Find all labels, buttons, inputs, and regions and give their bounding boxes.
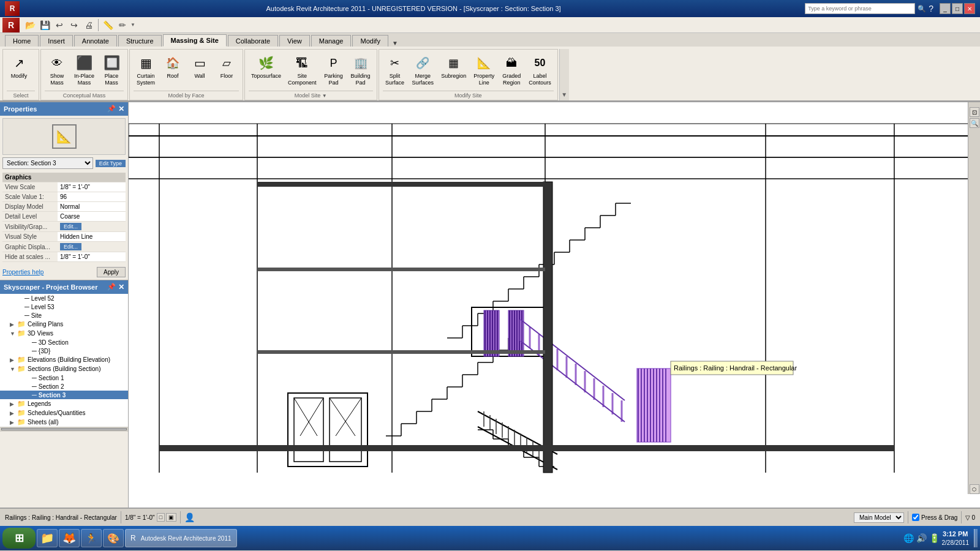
building-pad-button[interactable]: 🏢 BuildingPad	[349, 52, 373, 88]
close-button[interactable]: ✕	[964, 3, 975, 14]
wall-button[interactable]: ▭ Wall	[187, 52, 212, 81]
browser-pin-icon[interactable]: 📌	[107, 283, 116, 291]
ribbon-expand[interactable]: ▼	[559, 49, 569, 100]
label-contours-button[interactable]: 50 LabelContours	[526, 52, 554, 88]
redo-button[interactable]: ↪	[67, 18, 81, 32]
edit-type-button[interactable]: Edit Type	[96, 160, 126, 167]
property-line-button[interactable]: 📐 PropertyLine	[471, 52, 497, 88]
view-cube-button[interactable]: ⬡	[970, 484, 979, 494]
panel-toggle[interactable]: ▼	[392, 40, 398, 47]
tab-collaborate[interactable]: Collaborate	[228, 35, 278, 47]
tab-annotate[interactable]: Annotate	[74, 35, 117, 47]
tab-massing-site[interactable]: Massing & Site	[163, 34, 227, 47]
tree-item-level53[interactable]: ─ Level 53	[0, 302, 128, 311]
clock[interactable]: 3:12 PM 2/28/2011	[942, 530, 970, 546]
graphic-display-edit-button[interactable]: Edit...	[60, 243, 81, 250]
hide-at-scales-value[interactable]: 1/8" = 1'-0"	[58, 252, 126, 262]
restore-button[interactable]: □	[952, 3, 963, 14]
scale-value-value[interactable]: 96	[58, 192, 126, 202]
split-surface-button[interactable]: ✂ SplitSurface	[383, 52, 407, 88]
visibility-edit-button[interactable]: Edit...	[60, 223, 81, 230]
properties-pin-icon[interactable]: 📌	[107, 105, 116, 113]
tree-item-3d-section[interactable]: ─ 3D Section	[0, 338, 128, 347]
place-mass-button[interactable]: 🔲 PlaceMass	[99, 52, 124, 88]
curtain-system-button[interactable]: ▦ CurtainSystem	[134, 52, 158, 88]
search-icon[interactable]: 🔍	[918, 5, 926, 13]
drawing-canvas[interactable]: Railings : Railing : Handrail - Rectangu…	[129, 102, 980, 494]
battery-icon[interactable]: 🔋	[929, 533, 940, 543]
tree-item-section2[interactable]: ─ Section 2	[0, 382, 128, 391]
floor-button[interactable]: ▱ Floor	[214, 52, 239, 81]
taskbar-revit[interactable]: R Autodesk Revit Architecture 2011	[125, 529, 237, 547]
application-menu-button[interactable]: R	[2, 18, 20, 32]
tree-item-level52[interactable]: ─ Level 52	[0, 294, 128, 302]
properties-close-button[interactable]: ✕	[118, 105, 124, 113]
view-scale-value[interactable]: 1/8" = 1'-0"	[58, 182, 126, 192]
tree-item-schedules[interactable]: ▶ 📁 Schedules/Quantities	[0, 408, 128, 418]
visibility-edit[interactable]: Edit...	[58, 222, 126, 232]
parking-pad-button[interactable]: P ParkingPad	[322, 52, 346, 88]
tree-item-ceiling-plans[interactable]: ▶ 📁 Ceiling Plans	[0, 320, 128, 329]
show-desktop-button[interactable]	[974, 529, 978, 547]
tree-item-section1[interactable]: ─ Section 1	[0, 373, 128, 382]
apply-button[interactable]: Apply	[97, 267, 126, 277]
in-place-mass-button[interactable]: ⬛ In-PlaceMass	[72, 52, 97, 88]
scrollbar-track[interactable]	[1, 428, 127, 430]
network-icon[interactable]: 🌐	[903, 533, 914, 543]
model-dropdown[interactable]: Main Model	[854, 512, 904, 523]
view-btn2[interactable]: ▣	[166, 513, 176, 522]
minimize-button[interactable]: _	[940, 3, 951, 14]
app-button[interactable]: R	[5, 1, 20, 16]
browser-close-button[interactable]: ✕	[118, 283, 124, 291]
zoom-full-button[interactable]: ⊡	[970, 107, 979, 117]
roof-button[interactable]: 🏠 Roof	[160, 52, 185, 81]
site-component-button[interactable]: 🏗 SiteComponent	[285, 52, 319, 88]
tree-item-section3[interactable]: ─ Section 3	[0, 391, 128, 399]
annotate-button[interactable]: ✏	[116, 18, 129, 32]
measure-button[interactable]: 📏	[101, 18, 115, 32]
print-button[interactable]: 🖨	[82, 18, 96, 32]
tab-view[interactable]: View	[279, 35, 310, 47]
start-button[interactable]: ⊞	[2, 528, 36, 549]
display-model-value[interactable]: Normal	[58, 202, 126, 212]
press-drag-checkbox[interactable]	[912, 514, 919, 521]
subregion-button[interactable]: ▦ Subregion	[439, 52, 469, 81]
taskbar-explorer[interactable]: 📁	[37, 529, 58, 547]
toposurface-button[interactable]: 🌿 Toposurface	[249, 52, 283, 81]
tree-item-3d-views[interactable]: ▼ 📁 3D Views	[0, 329, 128, 338]
tab-manage[interactable]: Manage	[311, 35, 352, 47]
taskbar-app3[interactable]: 🏃	[81, 529, 102, 547]
visual-style-value[interactable]: Hidden Line	[58, 232, 126, 242]
merge-surfaces-button[interactable]: 🔗 MergeSurfaces	[410, 52, 437, 88]
modify-button[interactable]: ↗ Modify	[7, 52, 31, 81]
open-button[interactable]: 📂	[23, 18, 37, 32]
dropdown-arrow[interactable]: ▼	[130, 22, 135, 28]
view-btn1[interactable]: □	[157, 513, 165, 522]
tab-modify[interactable]: Modify	[352, 35, 388, 47]
tree-item-site[interactable]: ─ Site	[0, 311, 128, 320]
tree-item-legends[interactable]: ▶ 📁 Legends	[0, 399, 128, 408]
tab-home[interactable]: Home	[5, 35, 39, 47]
show-mass-button[interactable]: 👁 ShowMass	[45, 52, 69, 88]
tree-item-sections[interactable]: ▼ 📁 Sections (Building Section)	[0, 364, 128, 373]
browser-scrollbar[interactable]	[0, 427, 128, 432]
undo-button[interactable]: ↩	[53, 18, 66, 32]
tab-structure[interactable]: Structure	[118, 35, 162, 47]
tab-insert[interactable]: Insert	[40, 35, 73, 47]
detail-level-value[interactable]: Coarse	[58, 212, 126, 222]
properties-help-link[interactable]: Properties help	[2, 269, 43, 276]
graded-region-button[interactable]: 🏔 GradedRegion	[499, 52, 524, 88]
section-dropdown[interactable]: Section: Section 3	[2, 157, 93, 169]
taskbar-app4[interactable]: 🎨	[103, 529, 124, 547]
tree-item-sheets[interactable]: ▶ 📁 Sheets (all)	[0, 418, 128, 427]
graphic-display-edit[interactable]: Edit...	[58, 242, 126, 252]
tree-item-3d[interactable]: ─ {3D}	[0, 347, 128, 355]
canvas-area[interactable]: Railings : Railing : Handrail - Rectangu…	[129, 102, 980, 508]
volume-icon[interactable]: 🔊	[916, 533, 927, 543]
zoom-selection-button[interactable]: 🔍	[970, 118, 979, 128]
search-input[interactable]	[805, 3, 915, 14]
taskbar-firefox[interactable]: 🦊	[59, 529, 80, 547]
tree-item-elevations[interactable]: ▶ 📁 Elevations (Building Elevation)	[0, 355, 128, 364]
save-button[interactable]: 💾	[38, 18, 51, 32]
help-icon[interactable]: ?	[929, 4, 933, 13]
